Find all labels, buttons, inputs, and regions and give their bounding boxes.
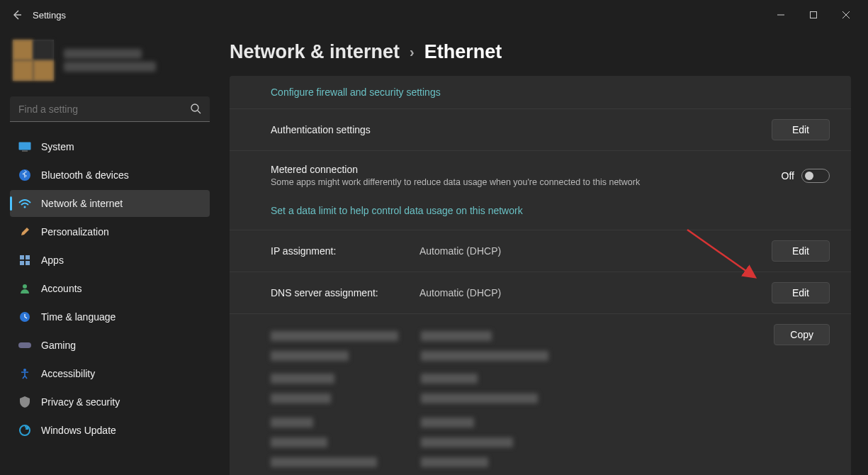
svg-rect-8 (20, 261, 24, 265)
dns-assignment-label: DNS server assignment: (271, 287, 419, 298)
user-info (64, 46, 156, 74)
content-area: Network & internet › Ethernet Configure … (220, 30, 868, 475)
sidebar-item-accessibility[interactable]: Accessibility (10, 360, 210, 387)
metered-connection-row: Metered connection Some apps might work … (230, 151, 851, 230)
settings-panel: Configure firewall and security settings… (230, 76, 851, 475)
maximize-button[interactable] (797, 4, 830, 26)
ip-assignment-row: IP assignment: Automatic (DHCP) Edit (230, 230, 851, 272)
svg-rect-2 (19, 142, 31, 150)
brush-icon (18, 225, 31, 238)
sidebar-item-gaming[interactable]: Gaming (10, 332, 210, 359)
sidebar-item-personalization[interactable]: Personalization (10, 218, 210, 245)
ip-assignment-value: Automatic (DHCP) (419, 245, 501, 257)
svg-rect-3 (22, 150, 28, 152)
ip-assignment-edit-button[interactable]: Edit (772, 240, 830, 262)
sidebar-item-label: Apps (41, 255, 64, 266)
accessibility-icon (18, 367, 31, 380)
firewall-link-row: Configure firewall and security settings (230, 76, 851, 109)
minimize-button[interactable] (765, 4, 797, 26)
svg-rect-9 (26, 261, 30, 265)
authentication-edit-button[interactable]: Edit (772, 119, 830, 140)
sidebar-item-label: Gaming (41, 340, 76, 351)
toggle-state-label: Off (782, 170, 794, 181)
sidebar-item-label: Network & internet (41, 198, 123, 209)
back-arrow-icon (11, 9, 23, 21)
metered-label: Metered connection (271, 164, 782, 175)
copy-button[interactable]: Copy (774, 324, 830, 345)
sidebar-item-label: Personalization (41, 226, 109, 238)
sidebar-item-label: Privacy & security (41, 396, 120, 408)
sidebar-nav: System Bluetooth & devices Network & int… (10, 133, 210, 444)
ip-assignment-label: IP assignment: (271, 245, 419, 257)
svg-rect-7 (26, 255, 30, 259)
authentication-row: Authentication settings Edit (230, 109, 851, 151)
data-limit-link[interactable]: Set a data limit to help control data us… (271, 205, 523, 216)
network-details-redacted (271, 324, 774, 474)
svg-point-5 (24, 206, 26, 208)
page-title: Ethernet (424, 41, 502, 63)
sidebar-item-privacy[interactable]: Privacy & security (10, 389, 210, 415)
window-controls (765, 4, 862, 26)
title-bar: Settings (0, 0, 868, 30)
update-icon (18, 424, 31, 437)
sidebar-item-system[interactable]: System (10, 133, 210, 160)
avatar (13, 40, 54, 81)
user-card[interactable] (13, 40, 210, 81)
sidebar-item-label: Time & language (41, 311, 115, 323)
sidebar-item-label: Accessibility (41, 368, 95, 379)
account-icon (18, 282, 31, 295)
sidebar-item-apps[interactable]: Apps (10, 247, 210, 274)
metered-description: Some apps might work differently to redu… (271, 177, 782, 187)
search-box[interactable] (10, 96, 210, 122)
svg-point-1 (191, 104, 198, 111)
sidebar-item-accounts[interactable]: Accounts (10, 275, 210, 302)
chevron-right-icon: › (410, 44, 415, 60)
dns-assignment-value: Automatic (DHCP) (419, 287, 501, 298)
search-icon (190, 103, 201, 114)
dns-assignment-edit-button[interactable]: Edit (772, 282, 830, 303)
sidebar-item-bluetooth[interactable]: Bluetooth & devices (10, 162, 210, 189)
sidebar-item-label: Bluetooth & devices (41, 169, 129, 181)
svg-rect-6 (20, 255, 24, 259)
sidebar-item-network[interactable]: Network & internet (10, 190, 210, 217)
breadcrumb-parent[interactable]: Network & internet (230, 41, 400, 63)
sidebar-item-label: System (41, 141, 74, 152)
apps-icon (18, 254, 31, 267)
sidebar-item-time-language[interactable]: Time & language (10, 303, 210, 330)
bluetooth-icon (18, 169, 31, 181)
toggle-switch[interactable] (801, 169, 830, 183)
dns-assignment-row: DNS server assignment: Automatic (DHCP) … (230, 272, 851, 314)
network-details-row: Copy (230, 314, 851, 475)
close-button[interactable] (830, 4, 862, 26)
sidebar-item-windows-update[interactable]: Windows Update (10, 417, 210, 444)
shield-icon (18, 396, 31, 408)
firewall-settings-link[interactable]: Configure firewall and security settings (271, 86, 441, 98)
window-title: Settings (33, 10, 66, 21)
authentication-label: Authentication settings (271, 124, 772, 135)
sidebar: System Bluetooth & devices Network & int… (0, 30, 220, 475)
sidebar-item-label: Accounts (41, 283, 82, 294)
sidebar-item-label: Windows Update (41, 425, 116, 436)
svg-point-10 (23, 284, 27, 289)
svg-rect-12 (18, 342, 31, 348)
gaming-icon (18, 339, 31, 352)
search-input[interactable] (10, 96, 210, 122)
metered-toggle[interactable]: Off (782, 169, 830, 183)
back-button[interactable] (6, 4, 28, 26)
svg-point-13 (23, 369, 26, 371)
clock-icon (18, 311, 31, 323)
svg-rect-0 (811, 12, 817, 18)
network-icon (18, 197, 31, 210)
system-icon (18, 140, 31, 153)
breadcrumb: Network & internet › Ethernet (230, 41, 851, 63)
